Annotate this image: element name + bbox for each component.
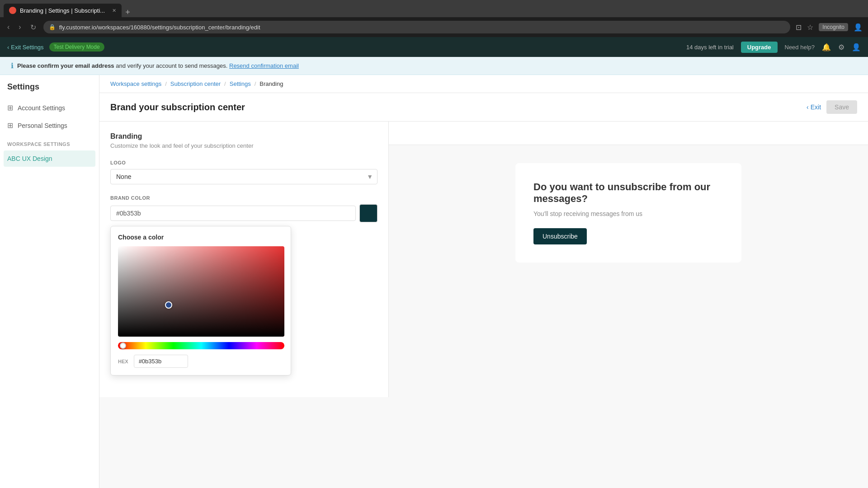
two-column-layout: Branding Customize the look and feel of … [99,122,868,397]
breadcrumb-subscription[interactable]: Subscription center [170,80,221,87]
account-settings-icon: ⊞ [7,103,13,112]
tab-favicon [9,7,16,14]
exit-link-label: Exit [811,103,821,111]
url-text: fly.customer.io/workspaces/160880/settin… [59,24,260,31]
brand-color-field-group: BRAND COLOR Choose a color [110,195,377,375]
workspace-settings-label: WORKSPACE SETTINGS [0,134,99,150]
color-gradient-area[interactable] [118,246,284,337]
exit-settings-label: Exit Settings [11,44,43,51]
hue-slider-handle[interactable] [120,343,126,349]
top-bar-right: 14 days left in trial Upgrade Need help?… [686,42,861,53]
upgrade-button[interactable]: Upgrade [741,42,778,53]
section-desc: Customize the look and feel of your subs… [110,142,377,149]
exit-settings-button[interactable]: ‹ Exit Settings [7,44,44,51]
breadcrumb-sep-3: / [255,80,256,87]
notification-rest-text: and verify your account to send messages… [116,62,227,69]
lock-icon: 🔒 [49,24,56,30]
logo-select-wrapper: None ▼ [110,169,377,184]
top-bar-left: ‹ Exit Settings Test Delivery Mode [7,42,104,52]
preview-top-bar [389,122,868,145]
unsubscribe-preview-button[interactable]: Unsubscribe [533,228,587,244]
preview-content: Do you want to unsubscribe from our mess… [389,145,868,281]
hex-label: HEX [118,359,128,364]
incognito-badge: Incognito [819,23,848,31]
notification-bar: ℹ Please confirm your email address and … [0,57,868,75]
sidebar-title: Settings [0,82,99,99]
logo-field-group: LOGO None ▼ [110,160,377,184]
top-navigation-bar: ‹ Exit Settings Test Delivery Mode 14 da… [0,37,868,57]
preview-panel: Do you want to unsubscribe from our mess… [389,122,868,397]
notification-bold-text: Please confirm your email address [17,62,114,69]
left-arrow-icon: ‹ [7,44,9,51]
tab-title: Branding | Settings | Subscripti... [20,7,105,14]
reload-button[interactable]: ↻ [28,21,38,33]
trial-text: 14 days left in trial [686,44,734,51]
hue-slider[interactable] [118,342,284,349]
breadcrumb-sep-1: / [165,80,167,87]
user-avatar[interactable]: 👤 [852,43,861,52]
logo-select[interactable]: None [110,169,377,184]
app-container: ‹ Exit Settings Test Delivery Mode 14 da… [0,37,868,488]
section-title: Branding [110,132,377,141]
bell-icon[interactable]: 🔔 [822,43,831,52]
back-button[interactable]: ‹ [5,21,11,33]
new-tab-button[interactable]: + [122,8,134,17]
sidebar: Settings ⊞ Account Settings ⊞ Personal S… [0,75,99,488]
form-panel: Branding Customize the look and feel of … [99,122,389,397]
active-tab[interactable]: Branding | Settings | Subscripti... ✕ [4,4,122,17]
preview-question: Do you want to unsubscribe from our mess… [533,181,723,205]
cast-icon[interactable]: ⊡ [796,23,802,32]
hex-input[interactable] [134,355,188,368]
breadcrumb: Workspace settings / Subscription center… [99,75,868,93]
logo-label: LOGO [110,160,377,165]
personal-settings-icon: ⊞ [7,121,13,130]
tab-bar: Branding | Settings | Subscripti... ✕ + [0,0,868,17]
hex-input-row: HEX [118,355,283,368]
preview-subtext: You'll stop receiving messages from us [533,210,723,217]
breadcrumb-settings[interactable]: Settings [230,80,251,87]
sidebar-item-personal-settings[interactable]: ⊞ Personal Settings [0,117,99,134]
sidebar-item-account-settings[interactable]: ⊞ Account Settings [0,99,99,117]
address-bar: ‹ › ↻ 🔒 fly.customer.io/workspaces/16088… [0,17,868,37]
exit-chevron-icon: ‹ [807,103,809,111]
gradient-overlay [118,246,284,337]
need-help-link[interactable]: Need help? [785,44,815,51]
sidebar-item-workspace[interactable]: ABC UX Design [4,150,95,167]
sidebar-personal-settings-label: Personal Settings [18,122,67,129]
page-title: Brand your subscription center [110,102,245,113]
preview-card: Do you want to unsubscribe from our mess… [515,163,741,263]
color-swatch-button[interactable] [359,204,377,222]
breadcrumb-sep-2: / [224,80,226,87]
test-delivery-mode-badge: Test Delivery Mode [49,42,104,52]
save-button[interactable]: Save [826,100,857,114]
header-actions: ‹ Exit Save [807,100,857,114]
browser-actions: ⊡ ☆ Incognito 👤 [796,23,863,32]
brand-color-input[interactable] [110,206,356,221]
workspace-item-label: ABC UX Design [7,155,52,162]
info-icon: ℹ [11,61,14,70]
forward-button[interactable]: › [17,21,23,33]
content-area: Workspace settings / Subscription center… [99,75,868,488]
color-input-row [110,204,377,222]
gear-icon[interactable]: ⚙ [838,43,844,52]
profile-icon[interactable]: 👤 [854,23,863,32]
url-bar[interactable]: 🔒 fly.customer.io/workspaces/160880/sett… [43,21,791,33]
color-picker-popup: Choose a color [110,226,291,375]
color-gradient-handle[interactable] [165,301,172,309]
sidebar-account-settings-label: Account Settings [18,104,65,112]
exit-link-button[interactable]: ‹ Exit [807,103,821,111]
breadcrumb-current: Branding [259,80,283,87]
brand-color-label: BRAND COLOR [110,195,377,201]
main-layout: Settings ⊞ Account Settings ⊞ Personal S… [0,75,868,488]
color-picker-title: Choose a color [118,234,283,241]
bookmark-icon[interactable]: ☆ [807,23,813,32]
notification-text: Please confirm your email address and ve… [17,62,299,69]
page-header: Brand your subscription center ‹ Exit Sa… [99,93,868,122]
tab-close-button[interactable]: ✕ [112,8,116,14]
breadcrumb-workspace[interactable]: Workspace settings [110,80,161,87]
resend-confirmation-link[interactable]: Resend confirmation email [229,62,299,69]
